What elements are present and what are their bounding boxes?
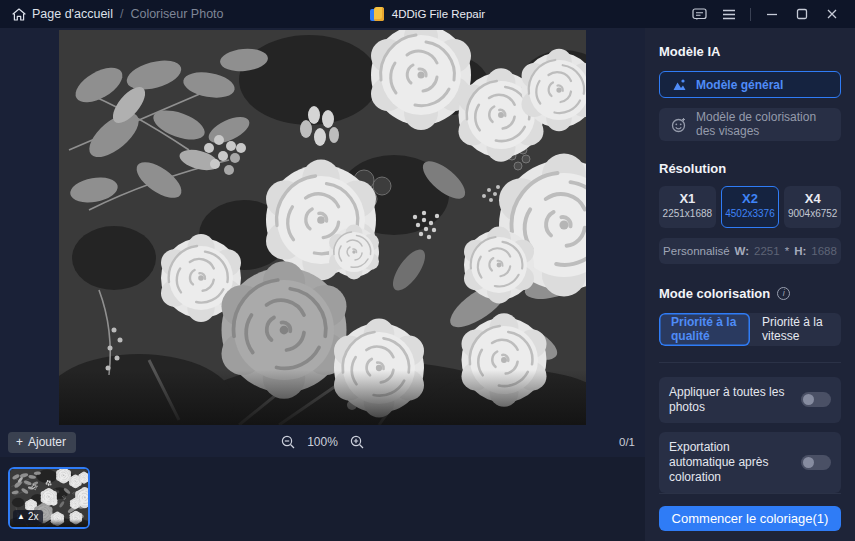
breadcrumb: Page d'accueil / Coloriseur Photo: [0, 7, 224, 21]
resolution-x1[interactable]: X1 2251x1688: [659, 186, 716, 228]
scale-badge-label: 2x: [28, 511, 39, 522]
apply-all-label: Appliquer à toutes les photos: [669, 385, 793, 415]
mode-segmented-control: Priorité à la qualité Priorité à la vite…: [659, 313, 841, 346]
breadcrumb-separator: /: [120, 7, 123, 21]
face-icon: [671, 117, 687, 133]
custom-height-value[interactable]: 1688: [811, 245, 837, 257]
breadcrumb-home-label: Page d'accueil: [32, 7, 113, 21]
thumbnail-strip: ▲ 2x: [0, 457, 645, 541]
zoom-out-icon[interactable]: [281, 435, 295, 449]
apply-all-toggle[interactable]: [801, 392, 831, 407]
titlebar: Page d'accueil / Coloriseur Photo 4DDiG …: [0, 0, 855, 28]
preview-photo: [59, 30, 586, 425]
sidebar-divider-bottom: [659, 493, 841, 494]
zoom-in-icon[interactable]: [350, 435, 364, 449]
custom-width-value[interactable]: 2251: [754, 245, 780, 257]
auto-export-row: Exportation automatique après coloration: [659, 432, 841, 493]
resolution-x4[interactable]: X4 9004x6752: [784, 186, 841, 228]
custom-resolution[interactable]: Personnalisé W: 2251 * H: 1688: [659, 238, 841, 263]
sidebar-divider: [659, 362, 841, 363]
maximize-icon[interactable]: [789, 3, 815, 25]
photo-counter: 0/1: [619, 436, 635, 448]
breadcrumb-current: Coloriseur Photo: [130, 7, 223, 21]
app-title: 4DDiG File Repair: [392, 8, 485, 20]
resolution-x1-label: X1: [659, 191, 716, 207]
resolution-x4-size: 9004x6752: [784, 207, 841, 220]
start-colorize-button[interactable]: Commencer le coloriage(1): [659, 506, 841, 531]
window-controls: [686, 3, 855, 25]
model-faces-button[interactable]: Modèle de colorisation des visages: [659, 108, 841, 141]
canvas-area: + Ajouter 100% 0/1: [0, 28, 645, 541]
settings-sidebar: Modèle IA Modèle général Modèle de color…: [645, 28, 855, 541]
home-icon: [12, 8, 26, 21]
custom-times: *: [785, 245, 789, 257]
resolution-x1-size: 2251x1688: [659, 207, 716, 220]
resolution-x2[interactable]: X2 4502x3376: [721, 186, 780, 228]
custom-label: Personnalisé: [663, 245, 729, 257]
breadcrumb-home[interactable]: Page d'accueil: [12, 7, 113, 21]
model-faces-label: Modèle de colorisation des visages: [696, 111, 829, 138]
resolution-x2-size: 4502x3376: [722, 207, 779, 220]
minimize-icon[interactable]: [759, 3, 785, 25]
zoom-level: 100%: [307, 435, 338, 449]
mountain-badge-icon: ▲: [17, 513, 25, 521]
mode-speed-option[interactable]: Priorité à la vitesse: [750, 313, 841, 346]
titlebar-divider: [750, 8, 751, 21]
app-window: Page d'accueil / Coloriseur Photo 4DDiG …: [0, 0, 855, 541]
apply-all-row: Appliquer à toutes les photos: [659, 377, 841, 423]
zoom-controls: 100%: [0, 435, 645, 449]
scale-badge: ▲ 2x: [13, 510, 43, 524]
model-general-label: Modèle général: [696, 78, 783, 92]
model-general-button[interactable]: Modèle général: [659, 71, 841, 98]
menu-icon[interactable]: [716, 3, 742, 25]
auto-export-toggle[interactable]: [801, 455, 831, 470]
info-icon[interactable]: i: [777, 287, 790, 300]
resolution-x4-label: X4: [784, 191, 841, 207]
close-icon[interactable]: [819, 3, 845, 25]
custom-height-label: H:: [794, 245, 806, 257]
resolution-section-title: Résolution: [659, 161, 841, 176]
auto-export-label: Exportation automatique après coloration: [669, 440, 793, 485]
app-logo-icon: [370, 7, 385, 22]
photo-thumbnail[interactable]: ▲ 2x: [8, 467, 90, 529]
resolution-options: X1 2251x1688 X2 4502x3376 X4 9004x6752: [659, 186, 841, 228]
message-icon[interactable]: [686, 3, 712, 25]
mode-section-title: Mode colorisation: [659, 286, 770, 301]
model-section-title: Modèle IA: [659, 44, 841, 59]
custom-width-label: W:: [735, 245, 749, 257]
resolution-x2-label: X2: [722, 191, 779, 207]
picture-icon: [672, 78, 687, 91]
canvas-toolbar: + Ajouter 100% 0/1: [0, 427, 645, 457]
photo-viewport: [0, 28, 645, 427]
mode-quality-option[interactable]: Priorité à la qualité: [659, 313, 750, 346]
